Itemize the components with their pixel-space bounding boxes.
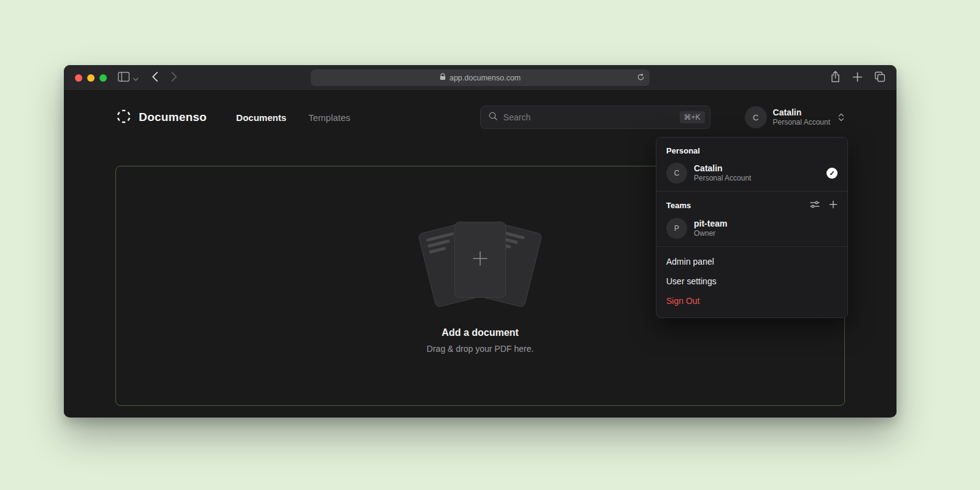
teams-section: Teams <box>656 192 847 246</box>
account-text: Catalin Personal Account <box>773 107 830 128</box>
documenso-logo-icon <box>115 108 132 127</box>
team-item[interactable]: P pit-team Owner <box>666 218 838 239</box>
team-avatar: P <box>666 218 687 239</box>
sidebar-icon <box>118 72 130 84</box>
dropzone-title: Add a document <box>441 327 518 338</box>
menu-actions: Admin panel User settings Sign Out <box>656 247 847 317</box>
manage-teams-button[interactable] <box>810 200 820 211</box>
chevron-down-icon[interactable] <box>133 72 139 84</box>
account-menu-button[interactable]: C Catalin Personal Account <box>745 106 845 128</box>
back-button[interactable] <box>152 72 158 84</box>
search-box[interactable]: ⌘+K <box>480 106 710 129</box>
forward-chevron-icon <box>171 72 177 84</box>
brand-name: Documenso <box>139 111 207 124</box>
selected-check-icon: ✓ <box>826 168 838 179</box>
minimize-window-button[interactable] <box>87 74 95 82</box>
url-text: app.documenso.com <box>449 74 521 82</box>
sliders-icon <box>810 200 820 211</box>
team-role: Owner <box>694 229 727 239</box>
search-icon <box>488 111 498 123</box>
tab-overview-button[interactable] <box>874 71 885 84</box>
reload-icon <box>637 73 645 83</box>
document-cards-illustration <box>413 220 548 304</box>
lock-icon <box>440 73 446 82</box>
nav-templates[interactable]: Templates <box>308 112 350 123</box>
main-nav: Documents Templates <box>236 112 351 123</box>
menu-item-admin-panel[interactable]: Admin panel <box>656 252 847 271</box>
personal-account-item[interactable]: C Catalin Personal Account ✓ <box>666 163 838 184</box>
account-avatar: C <box>745 106 767 128</box>
personal-heading: Personal <box>666 146 700 155</box>
personal-section: Personal C Catalin Personal Account ✓ <box>656 138 847 191</box>
titlebar-right-controls <box>830 71 885 85</box>
plus-icon <box>852 72 863 84</box>
menu-item-user-settings[interactable]: User settings <box>656 271 847 291</box>
new-tab-button[interactable] <box>852 72 863 84</box>
plus-icon <box>829 200 838 211</box>
personal-name: Catalin <box>694 163 751 174</box>
personal-avatar: C <box>666 163 687 184</box>
browser-titlebar: app.documenso.com <box>64 65 896 91</box>
reload-button[interactable] <box>637 73 645 83</box>
search-input[interactable] <box>504 112 674 122</box>
app-header: Documenso Documents Templates ⌘+K C Cata… <box>64 91 896 144</box>
account-type: Personal Account <box>773 118 830 127</box>
close-window-button[interactable] <box>75 74 82 82</box>
sidebar-toggle-button[interactable] <box>118 72 130 84</box>
share-icon <box>830 71 841 85</box>
chevron-updown-icon <box>838 112 845 122</box>
menu-item-sign-out[interactable]: Sign Out <box>656 291 847 311</box>
share-button[interactable] <box>830 71 841 85</box>
app-content: Documenso Documents Templates ⌘+K C Cata… <box>64 91 896 417</box>
add-plus-icon <box>471 249 489 270</box>
add-team-button[interactable] <box>829 200 838 211</box>
team-name: pit-team <box>694 218 727 229</box>
window-controls <box>75 74 107 82</box>
browser-window: app.documenso.com <box>64 65 896 418</box>
nav-documents[interactable]: Documents <box>236 112 287 123</box>
document-card-center <box>454 222 506 298</box>
brand[interactable]: Documenso <box>115 108 207 127</box>
back-chevron-icon <box>152 72 158 84</box>
teams-heading: Teams <box>666 201 691 210</box>
personal-subtitle: Personal Account <box>694 174 751 184</box>
account-name: Catalin <box>773 107 830 119</box>
dropzone-subtitle: Drag & drop your PDF here. <box>427 344 534 354</box>
zoom-window-button[interactable] <box>99 74 107 82</box>
address-bar[interactable]: app.documenso.com <box>311 69 650 86</box>
forward-button[interactable] <box>171 72 177 84</box>
account-dropdown-menu: Personal C Catalin Personal Account ✓ Te… <box>656 137 848 318</box>
tabs-icon <box>874 71 885 84</box>
search-shortcut-badge: ⌘+K <box>680 111 705 123</box>
